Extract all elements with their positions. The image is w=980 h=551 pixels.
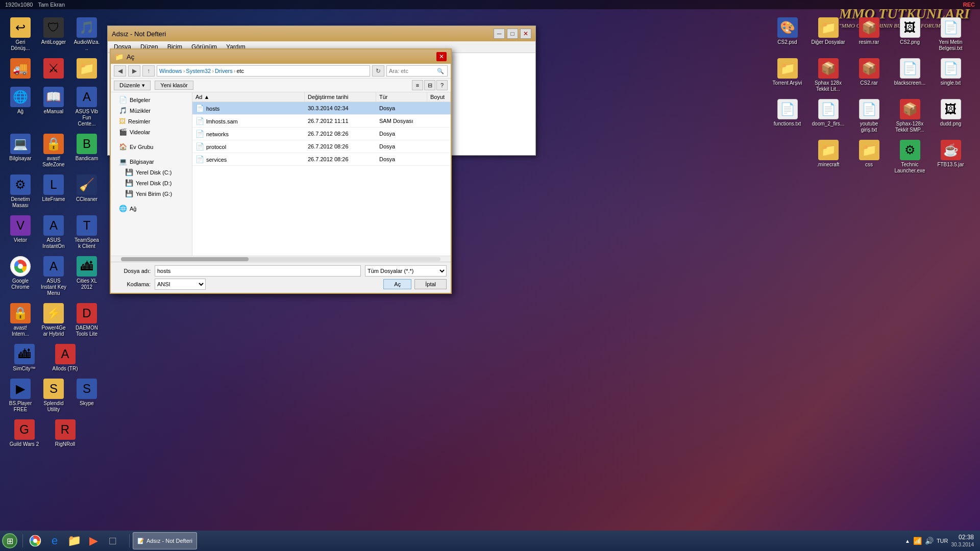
view-details-button[interactable]: ⊟ [424,80,435,90]
sidebar-item-diskG[interactable]: 💾 Yeni Birim (G:) [111,188,192,199]
desktop-icon-teamspeak[interactable]: T TeamSpeak Client [71,213,102,252]
desktop-icon-network[interactable]: 🌐 Ağ [5,85,36,129]
taskbar-pin-media[interactable]: ▶ [84,532,103,549]
desktop-icon-singletxt[interactable]: 📄 single.txt [932,56,970,94]
file-row-services[interactable]: 📄services 26.7.2012 08:26 Dosya [192,153,451,166]
nav-back-button[interactable]: ◀ [114,65,126,77]
desktop-icon-avast-safezone[interactable]: 🔒 avast! SafeZone [38,132,69,170]
systray-arrow-icon[interactable]: ▲ [905,538,910,544]
notepad-maximize-button[interactable]: □ [507,29,518,39]
desktop-icon-yeni-metin[interactable]: 📄 Yeni Metin Belgesi.txt [932,15,970,54]
desktop-icon-asus-key[interactable]: A ASUS Instant Key Menu [38,254,69,298]
desktop-icon-bandicam[interactable]: B Bandicam [71,132,102,170]
filetype-select[interactable]: Tüm Dosyalar (*.*) [365,265,447,277]
desktop-icon-sphax-lit[interactable]: 📦 Sphax 128x Tekkit Lit... [809,56,847,94]
desktop-icon-skype[interactable]: S Skype [71,377,102,415]
col-header-date[interactable]: Değiştirme tarihi [305,92,376,102]
nav-forward-button[interactable]: ▶ [128,65,140,77]
desktop-icon-css[interactable]: 📁 css [850,138,888,176]
desktop-icon-splendid[interactable]: S Splendid Utility [38,377,69,415]
nav-refresh-button[interactable]: ↻ [372,65,384,77]
desktop-icon-minecraft[interactable]: 📁 .minecraft [809,138,847,176]
desktop-icon-functions[interactable]: 📄 functions.txt [768,97,806,135]
desktop-icon-youtube[interactable]: 📄 youtube giriş.txt [850,97,888,135]
sidebar-item-muzikler[interactable]: 🎵 Müzikler [111,105,192,116]
desktop-icon-cs2png[interactable]: 🖼 CS2.png [891,15,929,54]
view-help-button[interactable]: ? [436,80,448,90]
desktop-icon-resimrar[interactable]: 📦 resim.rar [850,15,888,54]
desktop-icon-ccleaner[interactable]: 🧹 CCleaner [71,172,102,211]
desktop-icon-avast-intern[interactable]: 🔒 avast! Intern... [5,301,36,339]
desktop-icon-sphax-smp[interactable]: 📦 Sphax-128x Tekkit SMP... [891,97,929,135]
desktop-icon-simcity[interactable]: 🏙 SimCity™ [5,342,43,374]
col-header-ad[interactable]: Ad ▲ [192,92,305,102]
sidebar-item-ag[interactable]: 🌐 Ağ [111,203,192,214]
search-input[interactable] [389,68,435,74]
nav-up-button[interactable]: ↑ [142,65,155,77]
desktop-icon-dudd[interactable]: 🖼 dudd.png [932,97,970,135]
desktop-icon-rignroll[interactable]: R RigNRoll [46,417,84,449]
desktop-icon-chrome[interactable]: Google Chrome [5,254,36,298]
desktop-icon-cs2rar[interactable]: 📦 CS2.rar [850,56,888,94]
desktop-icon-power4gear[interactable]: ⚡ Power4Gear Hybrid [38,301,69,339]
desktop-icon-asus-instant-on[interactable]: A ASUS InstantOn [38,213,69,252]
sidebar-item-belgeler[interactable]: 📄 Belgeler [111,94,192,105]
dialog-close-button[interactable]: ✕ [436,52,447,61]
desktop-icon-controlpanel[interactable]: ⚙ Denetim Masası [5,172,36,211]
systray-clock[interactable]: 02:38 30.3.2014 [951,534,974,548]
sidebar-item-videolar[interactable]: 🎬 Videolar [111,127,192,137]
file-row-networks[interactable]: 📄networks 26.7.2012 08:26 Dosya [192,128,451,140]
systray-network-icon[interactable]: 📶 [913,537,922,545]
desktop-icon-asus-vib[interactable]: A ASUS Vib Fun Cente... [71,85,102,129]
breadcrumb-windows[interactable]: Windows [159,68,182,74]
breadcrumb-system32[interactable]: System32 [186,68,211,74]
desktop-icon-liteframe[interactable]: L LiteFrame [38,172,69,211]
taskbar-app-notepad[interactable]: 📝 Adsız - Not Defteri [133,532,197,549]
start-button[interactable]: ⊞ [2,533,17,548]
desktop-icon-torrent[interactable]: 📁 Torrent Arşivi [768,56,806,94]
desktop-icon-bsplayer[interactable]: ▶ BS.Player FREE [5,377,36,415]
desktop-icon-doom2[interactable]: 📄 doom_2_firs... [809,97,847,135]
desktop-icon-guildwars[interactable]: G Guild Wars 2 [5,417,43,449]
breadcrumb-drivers[interactable]: Drivers [215,68,233,74]
notepad-minimize-button[interactable]: ─ [494,29,505,39]
col-header-type[interactable]: Tür [376,92,427,102]
col-header-size[interactable]: Boyut [427,92,451,102]
desktop-icon-diger[interactable]: 📁 Diğer Dosyalar [809,15,847,54]
dialog-cancel-button[interactable]: İptal [414,279,447,289]
file-row-protocol[interactable]: 📄protocol 26.7.2012 08:26 Dosya [192,140,451,153]
encoding-select[interactable]: ANSI [155,279,206,290]
desktop-icon-emanual[interactable]: 📖 eManual [38,85,69,129]
desktop-icon-computer[interactable]: 💻 Bilgisayar [5,132,36,170]
dialog-open-button[interactable]: Aç [383,279,411,289]
hscroll-thumb[interactable] [121,257,249,261]
sidebar-item-evgrubu[interactable]: 🏠 Ev Grubu [111,141,192,152]
notepad-close-button[interactable]: ✕ [520,29,531,39]
desktop-icon-cs2psd[interactable]: 🎨 CS2.psd [768,15,806,54]
file-row-lmhosts[interactable]: 📄lmhosts.sam 26.7.2012 11:11 SAM Dosyası [192,115,451,128]
taskbar-pin-ie[interactable]: e [45,532,64,549]
desktop-icon-vietor[interactable]: V Vietor [5,213,36,252]
file-row-hosts[interactable]: 📄hosts 30.3.2014 02:34 Dosya [192,102,451,115]
sidebar-item-diskD[interactable]: 💾 Yerel Disk (D:) [111,178,192,188]
search-box[interactable]: 🔍 [386,65,448,77]
desktop-icon-daemon[interactable]: D DAEMON Tools Lite [71,301,102,339]
desktop-icon-ftb[interactable]: ☕ FTB13.5.jar [932,138,970,176]
desktop-icon-antilogger[interactable]: 🛡 AntiLogger [38,15,69,54]
taskbar-pin-unknown[interactable]: □ [104,532,122,549]
systray-sound-icon[interactable]: 🔊 [925,537,934,545]
taskbar-pin-chrome[interactable] [26,532,44,549]
yeni-klasor-button[interactable]: Yeni klasör [155,81,193,90]
desktop-icon-audiowiza[interactable]: 🎵 AudioWiza... [71,15,102,54]
desktop-icon-cities[interactable]: 🏙 Cities XL 2012 [71,254,102,298]
filename-input[interactable] [155,265,361,277]
systray-language[interactable]: TUR [937,538,948,544]
horizontal-scrollbar[interactable] [111,256,451,262]
duzenle-button[interactable]: Düzenle ▾ [114,81,151,90]
sidebar-item-bilgisayar[interactable]: 💻 Bilgisayar [111,156,192,167]
desktop-icon-back[interactable]: ↩ Geri Dönüş... [5,15,36,54]
desktop-icon-allods[interactable]: A Allods (TR) [46,342,84,374]
desktop-icon-folder-top[interactable]: 📁 [71,56,102,82]
desktop-icon-technic[interactable]: ⚙ Technic Launcher.exe [891,138,929,176]
sidebar-item-diskC[interactable]: 💾 Yerel Disk (C:) [111,167,192,178]
